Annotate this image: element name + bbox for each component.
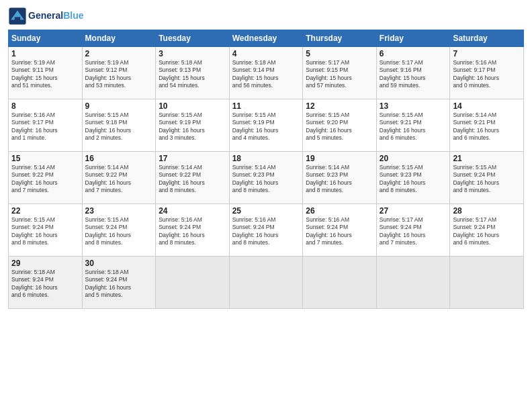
day-number: 11 bbox=[232, 101, 300, 111]
day-number: 2 bbox=[85, 49, 153, 58]
calendar-cell: 5Sunrise: 5:17 AM Sunset: 9:15 PM Daylig… bbox=[303, 47, 377, 99]
weekday-header-sunday: Sunday bbox=[9, 30, 83, 47]
day-number: 23 bbox=[85, 206, 153, 216]
day-info: Sunrise: 5:15 AM Sunset: 9:24 PM Dayligh… bbox=[11, 216, 79, 247]
day-info: Sunrise: 5:17 AM Sunset: 9:24 PM Dayligh… bbox=[453, 216, 521, 247]
calendar-cell: 11Sunrise: 5:15 AM Sunset: 9:19 PM Dayli… bbox=[229, 99, 303, 152]
calendar-cell bbox=[450, 257, 524, 309]
calendar-cell: 10Sunrise: 5:15 AM Sunset: 9:19 PM Dayli… bbox=[156, 99, 230, 152]
calendar-cell: 8Sunrise: 5:16 AM Sunset: 9:17 PM Daylig… bbox=[9, 99, 83, 152]
calendar-cell: 9Sunrise: 5:15 AM Sunset: 9:18 PM Daylig… bbox=[82, 99, 156, 152]
weekday-header-friday: Friday bbox=[376, 30, 450, 47]
calendar-cell: 28Sunrise: 5:17 AM Sunset: 9:24 PM Dayli… bbox=[450, 204, 524, 257]
calendar-container: GeneralBlue SundayMondayTuesdayWednesday… bbox=[0, 0, 532, 411]
calendar-cell: 26Sunrise: 5:16 AM Sunset: 9:24 PM Dayli… bbox=[303, 204, 377, 257]
day-info: Sunrise: 5:14 AM Sunset: 9:21 PM Dayligh… bbox=[453, 111, 521, 142]
svg-rect-2 bbox=[15, 17, 20, 21]
logo-text: GeneralBlue bbox=[28, 11, 83, 21]
calendar-cell: 16Sunrise: 5:14 AM Sunset: 9:22 PM Dayli… bbox=[82, 152, 156, 204]
calendar-cell: 2Sunrise: 5:19 AM Sunset: 9:12 PM Daylig… bbox=[82, 47, 156, 99]
day-info: Sunrise: 5:16 AM Sunset: 9:24 PM Dayligh… bbox=[306, 216, 373, 247]
week-row-2: 8Sunrise: 5:16 AM Sunset: 9:17 PM Daylig… bbox=[9, 99, 524, 152]
weekday-header-monday: Monday bbox=[82, 30, 156, 47]
day-info: Sunrise: 5:14 AM Sunset: 9:22 PM Dayligh… bbox=[159, 164, 226, 195]
day-info: Sunrise: 5:15 AM Sunset: 9:19 PM Dayligh… bbox=[232, 111, 300, 142]
logo-icon bbox=[8, 7, 27, 26]
calendar-cell: 20Sunrise: 5:15 AM Sunset: 9:23 PM Dayli… bbox=[376, 152, 450, 204]
day-info: Sunrise: 5:18 AM Sunset: 9:13 PM Dayligh… bbox=[159, 59, 226, 90]
header: GeneralBlue bbox=[8, 7, 524, 26]
day-info: Sunrise: 5:16 AM Sunset: 9:24 PM Dayligh… bbox=[159, 216, 226, 247]
calendar-table: SundayMondayTuesdayWednesdayThursdayFrid… bbox=[8, 30, 524, 309]
day-number: 6 bbox=[380, 49, 447, 58]
logo: GeneralBlue bbox=[8, 7, 83, 26]
day-info: Sunrise: 5:17 AM Sunset: 9:24 PM Dayligh… bbox=[380, 216, 447, 247]
day-number: 30 bbox=[85, 259, 153, 268]
calendar-cell: 14Sunrise: 5:14 AM Sunset: 9:21 PM Dayli… bbox=[450, 99, 524, 152]
day-info: Sunrise: 5:15 AM Sunset: 9:24 PM Dayligh… bbox=[453, 164, 521, 195]
weekday-header-wednesday: Wednesday bbox=[229, 30, 303, 47]
day-number: 10 bbox=[159, 101, 226, 111]
calendar-cell: 1Sunrise: 5:19 AM Sunset: 9:11 PM Daylig… bbox=[9, 47, 83, 99]
day-number: 18 bbox=[232, 154, 300, 163]
day-number: 4 bbox=[232, 49, 300, 58]
calendar-cell: 27Sunrise: 5:17 AM Sunset: 9:24 PM Dayli… bbox=[376, 204, 450, 257]
day-info: Sunrise: 5:14 AM Sunset: 9:23 PM Dayligh… bbox=[232, 164, 300, 195]
calendar-cell: 12Sunrise: 5:15 AM Sunset: 9:20 PM Dayli… bbox=[303, 99, 377, 152]
day-info: Sunrise: 5:16 AM Sunset: 9:24 PM Dayligh… bbox=[232, 216, 300, 247]
calendar-cell: 17Sunrise: 5:14 AM Sunset: 9:22 PM Dayli… bbox=[156, 152, 230, 204]
day-number: 19 bbox=[306, 154, 373, 163]
day-info: Sunrise: 5:15 AM Sunset: 9:19 PM Dayligh… bbox=[159, 111, 226, 142]
weekday-header-saturday: Saturday bbox=[450, 30, 524, 47]
day-info: Sunrise: 5:19 AM Sunset: 9:12 PM Dayligh… bbox=[85, 59, 153, 90]
weekday-header-row: SundayMondayTuesdayWednesdayThursdayFrid… bbox=[9, 30, 524, 47]
calendar-cell: 19Sunrise: 5:14 AM Sunset: 9:23 PM Dayli… bbox=[303, 152, 377, 204]
day-info: Sunrise: 5:15 AM Sunset: 9:23 PM Dayligh… bbox=[380, 164, 447, 195]
day-number: 12 bbox=[306, 101, 373, 111]
day-number: 17 bbox=[159, 154, 226, 163]
day-info: Sunrise: 5:18 AM Sunset: 9:14 PM Dayligh… bbox=[232, 59, 300, 90]
week-row-3: 15Sunrise: 5:14 AM Sunset: 9:22 PM Dayli… bbox=[9, 152, 524, 204]
calendar-cell bbox=[156, 257, 230, 309]
calendar-cell bbox=[376, 257, 450, 309]
calendar-cell: 4Sunrise: 5:18 AM Sunset: 9:14 PM Daylig… bbox=[229, 47, 303, 99]
day-number: 26 bbox=[306, 206, 373, 216]
day-number: 3 bbox=[159, 49, 226, 58]
calendar-cell: 7Sunrise: 5:16 AM Sunset: 9:17 PM Daylig… bbox=[450, 47, 524, 99]
day-info: Sunrise: 5:19 AM Sunset: 9:11 PM Dayligh… bbox=[11, 59, 79, 90]
calendar-cell: 21Sunrise: 5:15 AM Sunset: 9:24 PM Dayli… bbox=[450, 152, 524, 204]
day-number: 29 bbox=[11, 259, 79, 268]
week-row-5: 29Sunrise: 5:18 AM Sunset: 9:24 PM Dayli… bbox=[9, 257, 524, 309]
calendar-cell: 15Sunrise: 5:14 AM Sunset: 9:22 PM Dayli… bbox=[9, 152, 83, 204]
day-number: 25 bbox=[232, 206, 300, 216]
calendar-cell: 22Sunrise: 5:15 AM Sunset: 9:24 PM Dayli… bbox=[9, 204, 83, 257]
day-info: Sunrise: 5:16 AM Sunset: 9:17 PM Dayligh… bbox=[11, 111, 79, 142]
day-number: 16 bbox=[85, 154, 153, 163]
day-number: 8 bbox=[11, 101, 79, 111]
day-number: 14 bbox=[453, 101, 521, 111]
day-number: 24 bbox=[159, 206, 226, 216]
day-info: Sunrise: 5:15 AM Sunset: 9:18 PM Dayligh… bbox=[85, 111, 153, 142]
day-info: Sunrise: 5:17 AM Sunset: 9:15 PM Dayligh… bbox=[306, 59, 373, 90]
calendar-cell: 6Sunrise: 5:17 AM Sunset: 9:16 PM Daylig… bbox=[376, 47, 450, 99]
day-number: 7 bbox=[453, 49, 521, 58]
day-number: 20 bbox=[380, 154, 447, 163]
calendar-cell bbox=[229, 257, 303, 309]
calendar-cell: 25Sunrise: 5:16 AM Sunset: 9:24 PM Dayli… bbox=[229, 204, 303, 257]
weekday-header-tuesday: Tuesday bbox=[156, 30, 230, 47]
calendar-cell: 3Sunrise: 5:18 AM Sunset: 9:13 PM Daylig… bbox=[156, 47, 230, 99]
day-info: Sunrise: 5:14 AM Sunset: 9:22 PM Dayligh… bbox=[11, 164, 79, 195]
day-number: 9 bbox=[85, 101, 153, 111]
day-info: Sunrise: 5:14 AM Sunset: 9:23 PM Dayligh… bbox=[306, 164, 373, 195]
day-info: Sunrise: 5:14 AM Sunset: 9:22 PM Dayligh… bbox=[85, 164, 153, 195]
day-info: Sunrise: 5:15 AM Sunset: 9:21 PM Dayligh… bbox=[380, 111, 447, 142]
week-row-4: 22Sunrise: 5:15 AM Sunset: 9:24 PM Dayli… bbox=[9, 204, 524, 257]
day-number: 5 bbox=[306, 49, 373, 58]
day-info: Sunrise: 5:16 AM Sunset: 9:17 PM Dayligh… bbox=[453, 59, 521, 90]
day-number: 1 bbox=[11, 49, 79, 58]
day-info: Sunrise: 5:17 AM Sunset: 9:16 PM Dayligh… bbox=[380, 59, 447, 90]
day-number: 28 bbox=[453, 206, 521, 216]
day-number: 13 bbox=[380, 101, 447, 111]
day-info: Sunrise: 5:18 AM Sunset: 9:24 PM Dayligh… bbox=[85, 269, 153, 300]
calendar-cell: 29Sunrise: 5:18 AM Sunset: 9:24 PM Dayli… bbox=[9, 257, 83, 309]
